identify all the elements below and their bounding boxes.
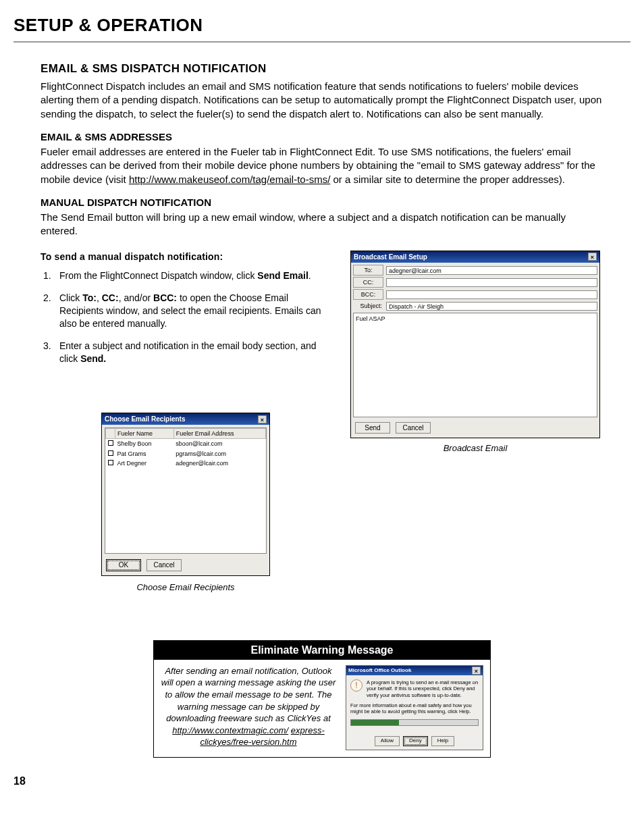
table-row[interactable]: Pat Grams pgrams@lcair.com xyxy=(106,449,266,459)
table-row[interactable]: Art Degner adegner@lcair.com xyxy=(106,459,266,468)
col-checkbox xyxy=(106,429,115,439)
sms-gateway-link[interactable]: http://www.makeuseof.com/tag/email-to-sm… xyxy=(129,174,330,185)
addresses-heading: EMAIL & SMS ADDRESSES xyxy=(41,130,603,144)
choose-recipients-window: Choose Email Recipients × Fueler Name Fu… xyxy=(101,413,270,576)
intro-paragraph: FlightConnect Dispatch includes an email… xyxy=(41,80,603,121)
step-2: Click To:, CC:, and/or BCC: to open the … xyxy=(59,292,331,330)
col-email: Fueler Email Address xyxy=(173,429,265,439)
step-3: Enter a subject and notification in the … xyxy=(59,340,331,365)
close-icon[interactable]: × xyxy=(258,415,267,423)
choose-caption: Choose Email Recipients xyxy=(41,581,331,594)
eliminate-warning-box: Eliminate Warning Message After sending … xyxy=(153,640,491,757)
close-icon[interactable]: × xyxy=(472,667,481,675)
window-titlebar: Broadcast Email Setup × xyxy=(351,251,599,263)
col-name: Fueler Name xyxy=(115,429,174,439)
outlook-warning-dialog: Microsoft Office Outlook × ! A program i… xyxy=(346,665,483,750)
addresses-paragraph: Fueler email addresses are entered in th… xyxy=(41,145,603,186)
recipients-table: Fueler Name Fueler Email Address Shelby … xyxy=(105,428,266,468)
shield-icon: ! xyxy=(350,679,363,692)
table-row[interactable]: Shelby Boon sboon@lcair.com xyxy=(106,439,266,449)
left-column: To send a manual dispatch notification: … xyxy=(41,251,331,594)
bcc-field[interactable] xyxy=(386,290,597,299)
window-titlebar: Choose Email Recipients × xyxy=(102,413,269,425)
page-number: 18 xyxy=(14,774,630,789)
checkbox[interactable] xyxy=(108,440,113,446)
to-field[interactable]: adegner@lcair.com xyxy=(386,266,597,275)
broadcast-caption: Broadcast Email xyxy=(347,442,603,454)
manual-paragraph: The Send Email button will bring up a ne… xyxy=(41,211,603,238)
section-heading: EMAIL & SMS DISPATCH NOTIFICATION xyxy=(41,61,603,77)
close-icon[interactable]: × xyxy=(588,253,597,261)
to-button[interactable]: To: xyxy=(353,265,383,276)
subject-label: Subject: xyxy=(353,301,383,311)
content-area: EMAIL & SMS DISPATCH NOTIFICATION Flight… xyxy=(14,61,630,757)
task-heading: To send a manual dispatch notification: xyxy=(41,251,331,263)
help-button[interactable]: Help xyxy=(431,736,454,746)
step-1: From the FlightConnect Dispatch window, … xyxy=(59,269,331,282)
allow-button[interactable]: Allow xyxy=(375,736,400,746)
window-titlebar: Microsoft Office Outlook × xyxy=(346,666,483,675)
clickyes-link-1[interactable]: http://www.contextmagic.com/ xyxy=(172,725,288,735)
subject-field[interactable]: Dispatch - Air Sleigh xyxy=(386,302,597,311)
cancel-button[interactable]: Cancel xyxy=(146,559,182,571)
window-title: Choose Email Recipients xyxy=(105,415,185,424)
deny-button[interactable]: Deny xyxy=(403,736,428,746)
manual-heading: MANUAL DISPATCH NOTIFICATION xyxy=(41,196,603,209)
progress-bar xyxy=(350,719,479,726)
bcc-button[interactable]: BCC: xyxy=(353,289,383,300)
checkbox[interactable] xyxy=(108,460,113,465)
checkbox[interactable] xyxy=(108,450,113,456)
cc-field[interactable] xyxy=(386,278,597,287)
cancel-button[interactable]: Cancel xyxy=(396,422,431,434)
email-body-field[interactable]: Fuel ASAP xyxy=(353,313,597,417)
ok-button[interactable]: OK xyxy=(106,559,141,571)
outlook-message-1: A program is trying to send an e-mail me… xyxy=(367,679,479,698)
outlook-message-2: For more information about e-mail safety… xyxy=(350,702,479,715)
cc-button[interactable]: CC: xyxy=(353,277,383,288)
broadcast-email-window: Broadcast Email Setup × To: adegner@lcai… xyxy=(350,251,600,439)
warning-box-title: Eliminate Warning Message xyxy=(154,641,490,660)
page-title: SETUP & OPERATION xyxy=(14,14,630,43)
warning-text: After sending an email notification, Out… xyxy=(161,665,336,748)
window-title: Microsoft Office Outlook xyxy=(348,667,411,675)
send-button[interactable]: Send xyxy=(355,422,390,434)
right-column: Broadcast Email Setup × To: adegner@lcai… xyxy=(347,251,603,594)
window-title: Broadcast Email Setup xyxy=(354,253,427,262)
